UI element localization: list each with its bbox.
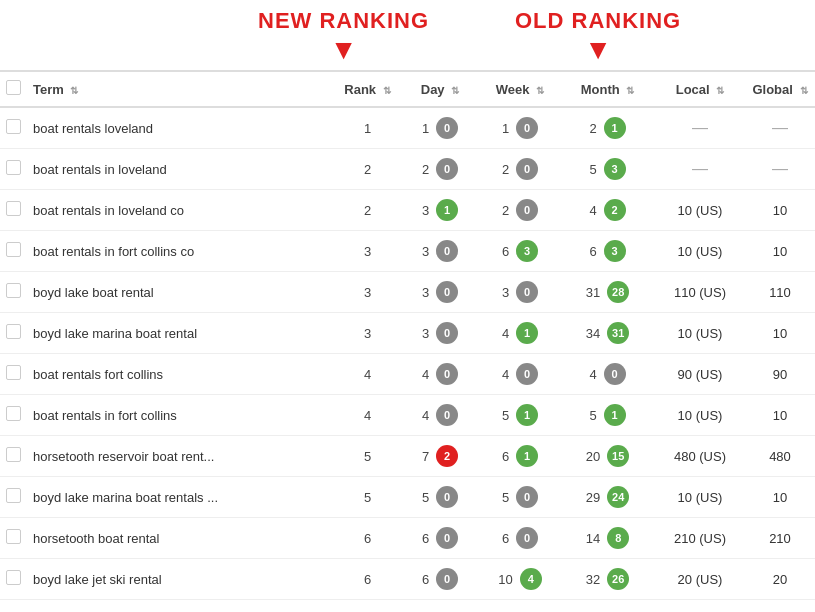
row-checkbox[interactable]	[6, 160, 21, 175]
day-pair: 3 0	[422, 322, 458, 344]
term-text: boat rentals in loveland	[33, 162, 167, 177]
row-checkbox[interactable]	[6, 119, 21, 134]
row-checkbox-cell	[0, 231, 27, 272]
global-value: 10	[773, 408, 787, 423]
row-checkbox-cell	[0, 477, 27, 518]
col-header-day[interactable]: Day ⇅	[400, 71, 480, 107]
day-badge: 0	[436, 404, 458, 426]
global-value: 110	[769, 285, 791, 300]
rank-value: 5	[364, 449, 371, 464]
row-checkbox[interactable]	[6, 324, 21, 339]
term-text: horsetooth reservoir boat rent...	[33, 449, 214, 464]
day-cell: 5 0	[400, 477, 480, 518]
local-cell: 10 (US)	[655, 313, 745, 354]
col-header-week[interactable]: Week ⇅	[480, 71, 560, 107]
col-header-month[interactable]: Month ⇅	[560, 71, 655, 107]
local-cell: 10 (US)	[655, 395, 745, 436]
global-cell: 10	[745, 395, 815, 436]
day-value: 7	[422, 449, 429, 464]
col-header-rank[interactable]: Rank ⇅	[335, 71, 400, 107]
local-cell: 10 (US)	[655, 231, 745, 272]
rank-sort-icon[interactable]: ⇅	[383, 85, 391, 96]
term-text: boyd lake marina boat rental	[33, 326, 197, 341]
month-badge: 0	[604, 363, 626, 385]
local-value: —	[692, 162, 708, 177]
row-checkbox[interactable]	[6, 365, 21, 380]
day-cell: 2 0	[400, 149, 480, 190]
col-header-check[interactable]	[0, 71, 27, 107]
rank-value: 2	[364, 203, 371, 218]
day-badge: 0	[436, 281, 458, 303]
global-cell: 90	[745, 354, 815, 395]
week-cell: 5 0	[480, 477, 560, 518]
week-badge: 0	[516, 281, 538, 303]
month-pair: 4 2	[589, 199, 625, 221]
month-pair: 34 31	[586, 322, 629, 344]
term-text: boat rentals in loveland co	[33, 203, 184, 218]
week-sort-icon[interactable]: ⇅	[536, 85, 544, 96]
month-value: 20	[586, 449, 600, 464]
table-row: boyd lake marina boat rentals ... 5 5 0 …	[0, 477, 815, 518]
local-value: 10 (US)	[678, 203, 723, 218]
rank-cell: 3	[335, 272, 400, 313]
day-value: 6	[422, 572, 429, 587]
row-checkbox-cell	[0, 107, 27, 149]
term-text: boat rentals loveland	[33, 121, 153, 136]
col-header-global[interactable]: Global ⇅	[745, 71, 815, 107]
day-badge: 0	[436, 117, 458, 139]
local-cell: 90 (US)	[655, 354, 745, 395]
week-cell: 4 0	[480, 354, 560, 395]
row-checkbox[interactable]	[6, 447, 21, 462]
row-checkbox[interactable]	[6, 488, 21, 503]
row-checkbox[interactable]	[6, 406, 21, 421]
week-pair: 10 4	[498, 568, 541, 590]
week-cell: 6 1	[480, 436, 560, 477]
week-pair: 5 0	[502, 486, 538, 508]
month-cell: 2 1	[560, 107, 655, 149]
term-cell: boat rentals in loveland co	[27, 190, 335, 231]
row-checkbox[interactable]	[6, 201, 21, 216]
week-value: 1	[502, 121, 509, 136]
day-value: 5	[422, 490, 429, 505]
week-value: 4	[502, 367, 509, 382]
day-value: 4	[422, 408, 429, 423]
col-header-term[interactable]: Term ⇅	[27, 71, 335, 107]
day-value: 4	[422, 367, 429, 382]
day-value: 3	[422, 285, 429, 300]
month-pair: 32 26	[586, 568, 629, 590]
table-header-row: Term ⇅ Rank ⇅ Day ⇅ Week ⇅ Month ⇅ Local…	[0, 71, 815, 107]
local-sort-icon[interactable]: ⇅	[716, 85, 724, 96]
row-checkbox[interactable]	[6, 529, 21, 544]
row-checkbox[interactable]	[6, 242, 21, 257]
day-sort-icon[interactable]: ⇅	[451, 85, 459, 96]
rank-value: 5	[364, 490, 371, 505]
local-cell: 480 (US)	[655, 436, 745, 477]
row-checkbox-cell	[0, 313, 27, 354]
day-cell: 3 0	[400, 272, 480, 313]
month-pair: 5 1	[589, 404, 625, 426]
day-pair: 4 0	[422, 363, 458, 385]
day-pair: 4 0	[422, 404, 458, 426]
month-pair: 29 24	[586, 486, 629, 508]
month-badge: 15	[607, 445, 629, 467]
day-pair: 5 0	[422, 486, 458, 508]
day-value: 3	[422, 326, 429, 341]
col-header-local[interactable]: Local ⇅	[655, 71, 745, 107]
select-all-checkbox[interactable]	[6, 80, 21, 95]
day-pair: 1 0	[422, 117, 458, 139]
day-cell: 6 0	[400, 559, 480, 600]
week-badge: 1	[516, 445, 538, 467]
month-pair: 14 8	[586, 527, 629, 549]
row-checkbox[interactable]	[6, 283, 21, 298]
day-cell: 4 0	[400, 354, 480, 395]
month-sort-icon[interactable]: ⇅	[626, 85, 634, 96]
week-cell: 6 3	[480, 231, 560, 272]
day-pair: 6 0	[422, 527, 458, 549]
month-cell: 31 28	[560, 272, 655, 313]
week-value: 3	[502, 285, 509, 300]
term-sort-icon[interactable]: ⇅	[70, 85, 78, 96]
row-checkbox[interactable]	[6, 570, 21, 585]
global-sort-icon[interactable]: ⇅	[800, 85, 808, 96]
global-cell: 480	[745, 436, 815, 477]
day-badge: 0	[436, 568, 458, 590]
